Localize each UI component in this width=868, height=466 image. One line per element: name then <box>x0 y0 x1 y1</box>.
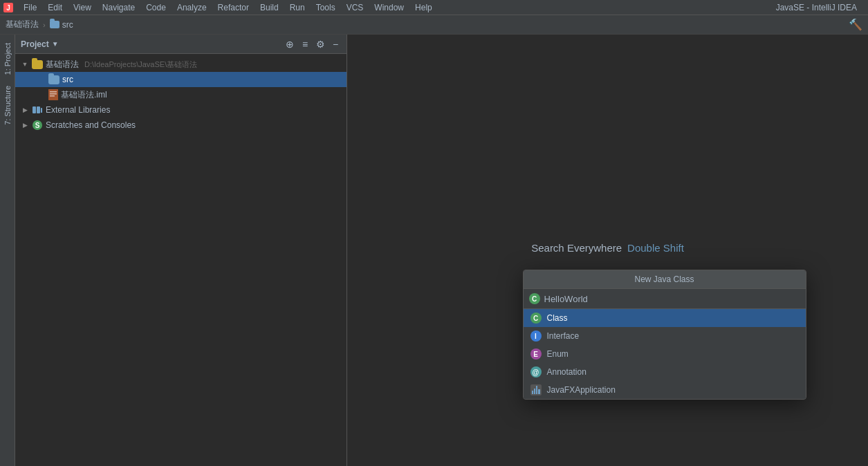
tree-toggle-iml <box>37 91 46 99</box>
src-folder-icon <box>50 21 59 28</box>
search-everywhere-hint: Search Everywhere Double Shift <box>531 242 684 254</box>
menu-help[interactable]: Help <box>409 0 438 15</box>
tree-toggle-root[interactable]: ▼ <box>21 60 29 68</box>
tree-item-iml[interactable]: 基础语法.iml <box>15 87 347 102</box>
panel-chevron-icon[interactable]: ▼ <box>52 40 59 48</box>
breadcrumb-src[interactable]: src <box>62 20 73 30</box>
enum-icon: E <box>530 348 542 360</box>
menu-file[interactable]: File <box>18 0 42 15</box>
dialog-input-icon: C <box>529 293 540 304</box>
tree-label-iml: 基础语法.iml <box>61 89 107 101</box>
svg-rect-5 <box>50 95 55 97</box>
app-logo: J <box>3 2 14 13</box>
enum-label: Enum <box>547 349 569 359</box>
external-libraries-icon <box>32 105 43 115</box>
menu-code[interactable]: Code <box>140 0 172 15</box>
sidebar-tab-structure[interactable]: 7: Structure <box>1 80 14 131</box>
new-java-class-dialog: New Java Class C C Class I Interface E E… <box>523 270 806 400</box>
menu-run[interactable]: Run <box>284 0 311 15</box>
svg-rect-4 <box>50 93 57 95</box>
breadcrumb[interactable]: 基础语法 › src <box>6 19 73 30</box>
tree-item-root[interactable]: ▼ 基础语法 D:\IdeaProjects\JavaSE\基础语法 <box>15 57 347 72</box>
tree-item-scratches[interactable]: ▶ S Scratches and Consoles <box>15 118 347 133</box>
class-label: Class <box>547 313 568 323</box>
svg-text:J: J <box>6 4 10 12</box>
tree-sublabel-root: D:\IdeaProjects\JavaSE\基础语法 <box>84 59 197 70</box>
hammer-icon: 🔨 <box>849 18 862 31</box>
breadcrumb-root[interactable]: 基础语法 <box>6 19 39 30</box>
dialog-list-item-enum[interactable]: E Enum <box>524 345 806 363</box>
menu-edit[interactable]: Edit <box>42 0 68 15</box>
dialog-input-row: C <box>524 289 806 309</box>
side-tabs: 1: Project 7: Structure <box>0 35 15 466</box>
panel-title-text: Project <box>21 39 49 49</box>
class-icon: C <box>530 313 542 324</box>
svg-rect-3 <box>50 91 57 93</box>
dialog-list-item-class[interactable]: C Class <box>524 309 806 327</box>
menu-window[interactable]: Window <box>369 0 409 15</box>
sidebar-tab-project[interactable]: 1: Project <box>1 37 14 80</box>
tree-label-scratches: Scratches and Consoles <box>46 120 136 130</box>
main-layout: 1: Project 7: Structure Project ▼ ⊕ ≡ ⚙ … <box>0 35 868 466</box>
annotation-label: Annotation <box>547 367 587 377</box>
tree-item-external-libs[interactable]: ▶ External Libraries <box>15 102 347 118</box>
menu-build[interactable]: Build <box>255 0 284 15</box>
javafx-icon <box>530 384 542 395</box>
menu-refactor[interactable]: Refactor <box>212 0 255 15</box>
iml-file-icon <box>48 89 58 100</box>
tree-toggle-ext[interactable]: ▶ <box>21 106 29 114</box>
javafx-label: JavaFXApplication <box>547 385 616 395</box>
menu-vcs[interactable]: VCS <box>341 0 369 15</box>
panel-header: Project ▼ ⊕ ≡ ⚙ − <box>15 35 347 54</box>
tree-item-src[interactable]: src <box>15 72 347 87</box>
breadcrumb-separator: › <box>43 21 46 29</box>
panel-title: Project ▼ <box>21 39 59 49</box>
project-tree: ▼ 基础语法 D:\IdeaProjects\JavaSE\基础语法 src <box>15 54 347 466</box>
search-hint-text: Search Everywhere <box>531 242 622 254</box>
project-root-icon <box>32 60 43 69</box>
panel-actions: ⊕ ≡ ⚙ − <box>284 39 341 50</box>
menu-tools[interactable]: Tools <box>311 0 341 15</box>
class-name-input[interactable] <box>544 294 800 304</box>
svg-rect-6 <box>33 106 36 113</box>
dialog-list: C Class I Interface E Enum @ Annotation <box>524 309 806 399</box>
tree-label-root: 基础语法 <box>46 59 79 71</box>
scratches-icon: S <box>32 120 43 131</box>
menu-bar: J File Edit View Navigate Code Analyze R… <box>0 0 868 15</box>
interface-icon: I <box>530 330 542 342</box>
tree-toggle-scratches[interactable]: ▶ <box>21 121 29 129</box>
project-panel: Project ▼ ⊕ ≡ ⚙ − ▼ 基础语法 D:\IdeaProjects… <box>15 35 347 466</box>
dialog-list-item-annotation[interactable]: @ Annotation <box>524 363 806 381</box>
dialog-list-item-javafx[interactable]: JavaFXApplication <box>524 381 806 399</box>
collapse-button[interactable]: ≡ <box>299 39 311 50</box>
annotation-icon: @ <box>530 366 542 378</box>
menu-navigate[interactable]: Navigate <box>97 0 140 15</box>
locate-button[interactable]: ⊕ <box>284 39 295 50</box>
dialog-title: New Java Class <box>524 270 806 289</box>
breadcrumb-bar: 基础语法 › src 🔨 <box>0 15 868 35</box>
interface-label: Interface <box>547 331 580 341</box>
dialog-list-item-interface[interactable]: I Interface <box>524 327 806 345</box>
svg-rect-2 <box>48 89 58 100</box>
tree-label-src: src <box>62 75 73 84</box>
main-content: Search Everywhere Double Shift New Java … <box>347 35 868 466</box>
svg-rect-7 <box>37 106 40 113</box>
menu-view[interactable]: View <box>68 0 97 15</box>
minimize-button[interactable]: − <box>330 39 341 50</box>
svg-rect-8 <box>41 108 42 113</box>
tree-toggle-src[interactable] <box>37 75 46 84</box>
search-hint-shortcut: Double Shift <box>627 242 684 254</box>
menu-analyze[interactable]: Analyze <box>172 0 212 15</box>
tree-label-external-libs: External Libraries <box>46 105 110 115</box>
src-folder-icon <box>48 75 59 84</box>
settings-button[interactable]: ⚙ <box>315 39 326 50</box>
app-title: JavaSE - IntelliJ IDEA <box>776 3 865 12</box>
svg-text:S: S <box>35 122 40 129</box>
